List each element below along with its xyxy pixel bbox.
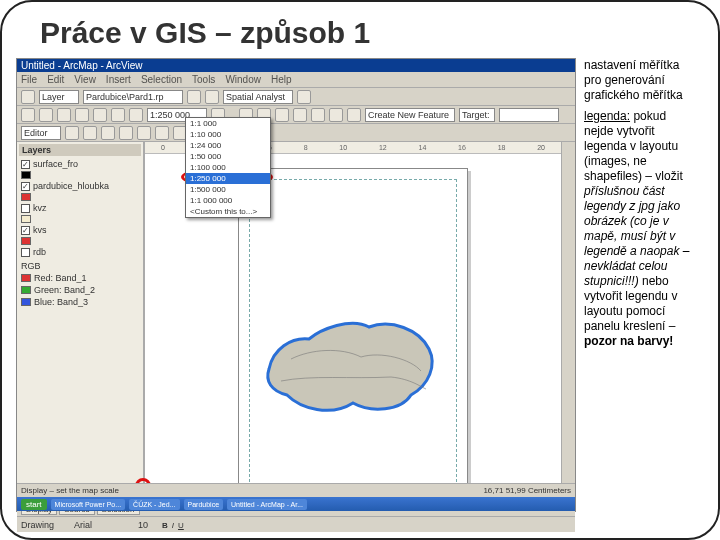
- layer-name[interactable]: surface_fro: [33, 159, 78, 169]
- note-legend-label: legenda:: [584, 109, 630, 123]
- tool-button[interactable]: [187, 90, 201, 104]
- full-extent-icon[interactable]: [293, 108, 307, 122]
- layout-page[interactable]: [238, 168, 468, 498]
- swatch-icon: [21, 193, 31, 201]
- scale-option-selected[interactable]: 1:250 000: [186, 173, 270, 184]
- swatch-icon: [21, 274, 31, 282]
- editor-dropdown[interactable]: Editor: [21, 126, 61, 140]
- task-item[interactable]: ČÚZK - Jed...: [129, 499, 179, 510]
- pan-icon[interactable]: [275, 108, 289, 122]
- underline-icon[interactable]: U: [178, 520, 184, 530]
- scale-option[interactable]: 1:500 000: [186, 184, 270, 195]
- edit-tool-icon[interactable]: [119, 126, 133, 140]
- rgb-group: RGB: [19, 260, 141, 272]
- task-item[interactable]: Pardubice: [184, 499, 224, 510]
- scale-option[interactable]: <Custom this to...>: [186, 206, 270, 217]
- cut-icon[interactable]: [93, 108, 107, 122]
- windows-taskbar: start Microsoft Power Po... ČÚZK - Jed..…: [17, 497, 575, 511]
- menu-selection[interactable]: Selection: [141, 74, 182, 85]
- edit-tool-icon[interactable]: [101, 126, 115, 140]
- menu-bar: File Edit View Insert Selection Tools Wi…: [17, 72, 575, 88]
- edit-tool-icon[interactable]: [65, 126, 79, 140]
- tool-button[interactable]: [205, 90, 219, 104]
- scale-option[interactable]: 1:1 000 000: [186, 195, 270, 206]
- checkbox-icon[interactable]: [21, 226, 30, 235]
- note-legend-italic: příslušnou část legendy z jpg jako obráz…: [584, 184, 689, 288]
- identify-icon[interactable]: [311, 108, 325, 122]
- analyst-field[interactable]: Spatial Analyst: [223, 90, 293, 104]
- save-icon[interactable]: [57, 108, 71, 122]
- note-legend: legenda: pokud nejde vytvořit legenda v …: [584, 109, 698, 349]
- tool-button[interactable]: [297, 90, 311, 104]
- layer-name[interactable]: kvz: [33, 203, 47, 213]
- scale-dropdown-list[interactable]: 1:1 000 1:10 000 1:24 000 1:50 000 1:100…: [185, 117, 271, 218]
- layer-name[interactable]: kvs: [33, 225, 47, 235]
- menu-help[interactable]: Help: [271, 74, 292, 85]
- arcmap-screenshot: Untitled - ArcMap - ArcView File Edit Vi…: [16, 58, 576, 512]
- layer-name[interactable]: rdb: [33, 247, 46, 257]
- start-button[interactable]: start: [21, 499, 47, 510]
- drawing-label[interactable]: Drawing: [21, 520, 54, 530]
- scale-option[interactable]: 1:1 000: [186, 118, 270, 129]
- tool-button[interactable]: [21, 90, 35, 104]
- edit-tool-icon[interactable]: [137, 126, 151, 140]
- find-icon[interactable]: [329, 108, 343, 122]
- layer-row: rdb: [19, 246, 141, 258]
- path-field[interactable]: Pardubice\Pard1.rp: [83, 90, 183, 104]
- band-label: Blue: Band_3: [34, 297, 88, 307]
- target-field[interactable]: [499, 108, 559, 122]
- vertical-scrollbar[interactable]: [561, 142, 575, 502]
- menu-insert[interactable]: Insert: [106, 74, 131, 85]
- menu-edit[interactable]: Edit: [47, 74, 64, 85]
- swatch-icon: [21, 215, 31, 223]
- print-icon[interactable]: [75, 108, 89, 122]
- fontsize-field[interactable]: 10: [138, 520, 158, 530]
- layer-row: surface_fro: [19, 158, 141, 170]
- menu-file[interactable]: File: [21, 74, 37, 85]
- open-icon[interactable]: [39, 108, 53, 122]
- checkbox-icon[interactable]: [21, 160, 30, 169]
- target-label: Target:: [459, 108, 495, 122]
- measure-icon[interactable]: [347, 108, 361, 122]
- task-item[interactable]: Untitled - ArcMap - Ar...: [227, 499, 307, 510]
- checkbox-icon[interactable]: [21, 248, 30, 257]
- swatch-icon: [21, 298, 31, 306]
- toc-header: Layers: [19, 144, 141, 156]
- checkbox-icon[interactable]: [21, 204, 30, 213]
- swatch-icon: [21, 237, 31, 245]
- edit-tool-icon[interactable]: [83, 126, 97, 140]
- layer-row: kvz: [19, 202, 141, 214]
- status-coords: 16,71 51,99 Centimeters: [483, 486, 571, 495]
- paste-icon[interactable]: [129, 108, 143, 122]
- font-field[interactable]: Arial: [74, 520, 134, 530]
- band-label: Green: Band_2: [34, 285, 95, 295]
- scale-option[interactable]: 1:10 000: [186, 129, 270, 140]
- swatch-icon: [21, 286, 31, 294]
- band-label: Red: Band_1: [34, 273, 87, 283]
- scale-option[interactable]: 1:100 000: [186, 162, 270, 173]
- toolbar-standard: 1:250 000 Create New Feature Target:: [17, 106, 575, 124]
- italic-icon[interactable]: I: [172, 520, 174, 530]
- edit-tool-icon[interactable]: [155, 126, 169, 140]
- checkbox-icon[interactable]: [21, 182, 30, 191]
- menu-window[interactable]: Window: [225, 74, 261, 85]
- status-left: Display – set the map scale: [21, 486, 119, 495]
- window-titlebar: Untitled - ArcMap - ArcView: [17, 59, 575, 72]
- new-icon[interactable]: [21, 108, 35, 122]
- slide: Práce v GIS – způsob 1 Untitled - ArcMap…: [0, 0, 720, 540]
- drawing-toolbar: Drawing Arial 10 B I U: [17, 516, 575, 532]
- bold-icon[interactable]: B: [162, 520, 168, 530]
- menu-tools[interactable]: Tools: [192, 74, 215, 85]
- task-item[interactable]: Microsoft Power Po...: [51, 499, 126, 510]
- copy-icon[interactable]: [111, 108, 125, 122]
- scale-option[interactable]: 1:24 000: [186, 140, 270, 151]
- layer-label: Layer: [39, 90, 79, 104]
- scale-option[interactable]: 1:50 000: [186, 151, 270, 162]
- toolbar-editor: Editor: [17, 124, 575, 142]
- layer-row: kvs: [19, 224, 141, 236]
- map-graphic: [261, 309, 441, 419]
- note-scale: nastavení měřítka pro generování grafick…: [584, 58, 698, 103]
- layer-name[interactable]: pardubice_hloubka: [33, 181, 109, 191]
- menu-view[interactable]: View: [74, 74, 96, 85]
- newfeature-field[interactable]: Create New Feature: [365, 108, 455, 122]
